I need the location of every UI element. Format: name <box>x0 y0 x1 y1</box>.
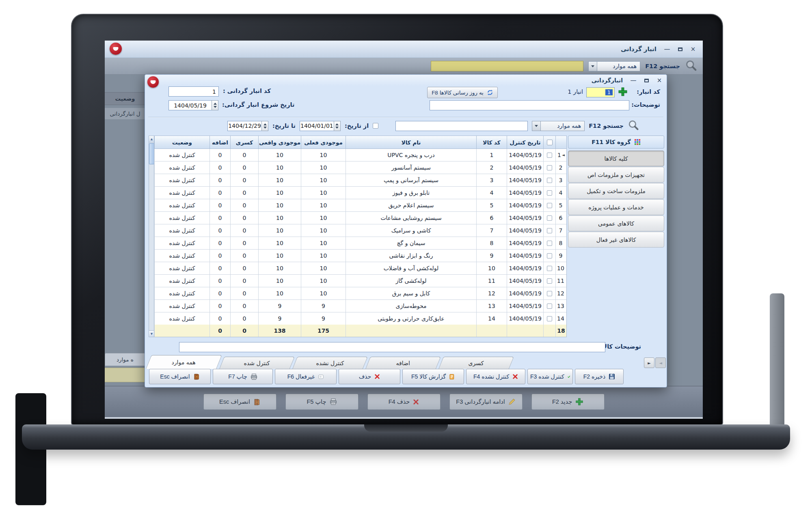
date-spinner[interactable] <box>261 121 268 131</box>
row-checkbox[interactable] <box>547 253 552 258</box>
mark-controlled-button[interactable]: کنترل شده F3 <box>527 369 573 384</box>
dialog-search-input[interactable] <box>395 121 528 131</box>
item-group-button[interactable]: کلیه کالاها <box>568 151 664 166</box>
mark-uncontrolled-button[interactable]: کنترل نشده F4 <box>466 369 525 384</box>
print-dialog-button[interactable]: چاپ F7 <box>213 369 273 384</box>
item-group-button[interactable]: کالاهای غیر فعال <box>568 232 664 248</box>
print-button[interactable]: چاپ F5 <box>285 394 358 410</box>
select-all-checkbox[interactable] <box>547 140 553 145</box>
search-label: جستجو F12 <box>645 63 680 69</box>
search-icon[interactable] <box>628 119 639 132</box>
row-checkbox[interactable] <box>547 278 552 284</box>
deactivate-button[interactable]: غیرفعال F6 <box>275 369 337 384</box>
maximize-icon[interactable] <box>677 46 683 52</box>
item-report-button[interactable]: گزارش کالا F5 <box>402 369 464 384</box>
item-group-button[interactable]: خدمات و عملیات پروژه <box>568 199 664 215</box>
col-header-date[interactable]: تاریخ کنترل <box>507 136 543 149</box>
start-date-input[interactable]: 1404/05/19 <box>168 100 218 110</box>
warehouse-code-input[interactable]: 1 <box>586 87 615 97</box>
item-notes-input[interactable] <box>179 342 605 352</box>
main-window: × — انبار گردانی جستجو F12 همه موارد <box>105 41 703 419</box>
row-checkbox[interactable] <box>547 165 552 170</box>
actual-stock-cell: 10 <box>258 174 301 187</box>
filter-tab[interactable]: کنترل شده <box>219 357 295 369</box>
col-header-code[interactable]: کد کالا <box>476 136 507 149</box>
delete-item-button[interactable]: حذف <box>339 369 400 384</box>
totals-current: 175 <box>301 325 346 337</box>
close-icon[interactable]: × <box>690 46 696 52</box>
row-checkbox[interactable] <box>547 215 552 221</box>
date-spinner[interactable] <box>212 100 218 110</box>
to-date-input[interactable]: 1404/12/29 <box>227 121 268 131</box>
warehouse-name-label: انبار 1 <box>568 88 583 95</box>
row-checkbox[interactable] <box>547 304 552 309</box>
maximize-icon[interactable] <box>643 78 650 84</box>
tab-scroll-left-icon[interactable]: ◄ <box>655 357 666 368</box>
dialog-search-scope-select[interactable]: همه موارد <box>532 121 585 131</box>
add-warehouse-button[interactable] <box>618 87 628 98</box>
search-scope-select[interactable]: همه موارد <box>588 61 640 71</box>
item-code-cell: 14 <box>476 312 507 325</box>
status-cell: کنترل شده <box>154 161 209 174</box>
stocktaking-code-input[interactable]: 1 <box>168 86 219 97</box>
plus-icon <box>618 87 628 97</box>
item-code-cell: 2 <box>476 161 507 174</box>
minimize-icon[interactable]: — <box>664 46 670 52</box>
notes-input[interactable] <box>430 100 629 110</box>
row-checkbox[interactable] <box>547 266 552 271</box>
continue-stocktaking-button[interactable]: ادامه انبارگردانی F3 <box>449 394 523 410</box>
row-checkbox[interactable] <box>547 178 552 183</box>
col-header-status[interactable]: وضعیت <box>154 136 209 149</box>
chevron-down-icon[interactable] <box>532 121 541 131</box>
cancel-button[interactable]: انصراف Esc <box>203 394 276 410</box>
filter-tab[interactable]: کسری <box>438 357 514 369</box>
from-date-input[interactable]: 1404/01/01 <box>300 121 341 131</box>
item-code-cell: 11 <box>476 275 507 287</box>
item-code-cell: 9 <box>476 250 507 262</box>
actual-stock-cell: 10 <box>258 287 301 300</box>
totals-status <box>154 325 209 337</box>
col-header-current[interactable]: موجودی فعلی <box>301 136 346 149</box>
close-icon[interactable]: × <box>656 78 663 84</box>
date-filter-checkbox[interactable] <box>373 123 378 129</box>
col-header-shortage[interactable]: کسری <box>230 136 258 149</box>
row-number-cell: 9 <box>555 250 566 262</box>
status-cell: کنترل شده <box>154 237 209 250</box>
cancel-dialog-button[interactable]: انصراف Esc <box>149 369 211 384</box>
filter-tab[interactable]: کنترل نشده <box>292 357 368 369</box>
row-checkbox[interactable] <box>547 203 552 208</box>
chevron-down-icon[interactable] <box>589 62 597 71</box>
update-items-button[interactable]: به روز رسانی کالاها F8 <box>427 87 498 98</box>
save-button[interactable]: ذخیره F2 <box>575 369 624 384</box>
item-group-button[interactable]: تجهیزات و ملزومات اص <box>568 167 664 183</box>
search-input[interactable] <box>431 61 583 71</box>
dialog-window-controls: × — <box>630 78 663 84</box>
row-checkbox[interactable] <box>547 153 552 158</box>
row-number-cell: 14 <box>555 312 566 325</box>
row-checkbox[interactable] <box>547 291 552 296</box>
item-group-button[interactable]: کالاهای عمومی <box>568 215 664 231</box>
col-header-name[interactable]: نام کالا <box>346 136 476 149</box>
row-checkbox[interactable] <box>547 228 552 233</box>
row-number-cell: 11 <box>555 275 566 287</box>
tab-scroll-right-icon[interactable]: ► <box>644 357 654 368</box>
date-spinner[interactable] <box>334 121 341 131</box>
current-stock-cell: 9 <box>301 300 346 312</box>
item-group-button[interactable]: ملزومات ساخت و تکمیل <box>568 183 664 199</box>
row-checkbox[interactable] <box>547 316 552 321</box>
col-header-actual[interactable]: موجودی واقعی <box>258 136 301 149</box>
extra-cell: 0 <box>209 161 230 174</box>
minimize-icon[interactable]: — <box>630 78 637 84</box>
totals-date <box>507 325 543 337</box>
delete-button[interactable]: حذف F4 <box>367 394 441 410</box>
col-header-extra[interactable]: اضافه <box>209 136 230 149</box>
filter-tab[interactable]: همه موارد <box>146 355 222 369</box>
dialog-filter-row: جستجو F12 همه موارد از تاریخ: 1404/01/01… <box>226 120 639 131</box>
row-checkbox[interactable] <box>547 190 552 196</box>
new-button[interactable]: جدید F2 <box>531 394 605 410</box>
row-checkbox[interactable] <box>547 241 552 246</box>
refresh-icon <box>487 89 493 96</box>
item-groups-header-button[interactable]: گروه کالا F11 <box>568 136 664 149</box>
search-icon[interactable] <box>685 59 697 73</box>
filter-tab[interactable]: اضافه <box>365 357 441 369</box>
